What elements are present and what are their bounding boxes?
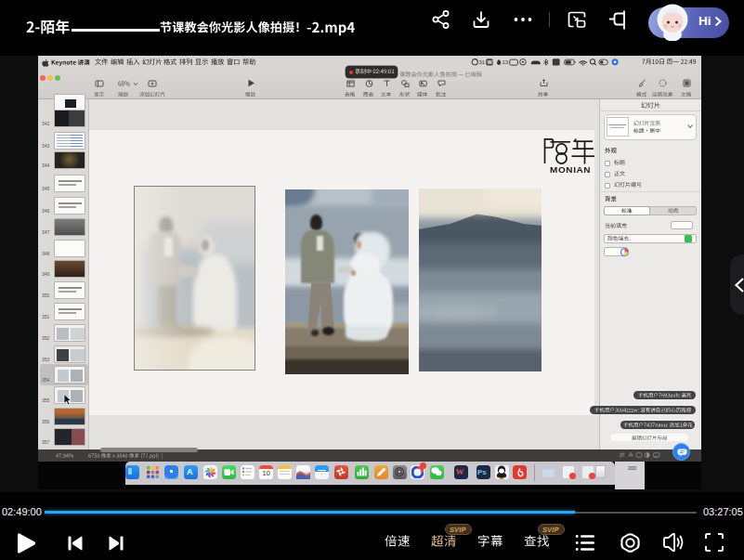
svg-text:13: 13	[503, 59, 509, 65]
svg-text:W: W	[488, 59, 492, 64]
svg-text:31: 31	[479, 59, 486, 65]
